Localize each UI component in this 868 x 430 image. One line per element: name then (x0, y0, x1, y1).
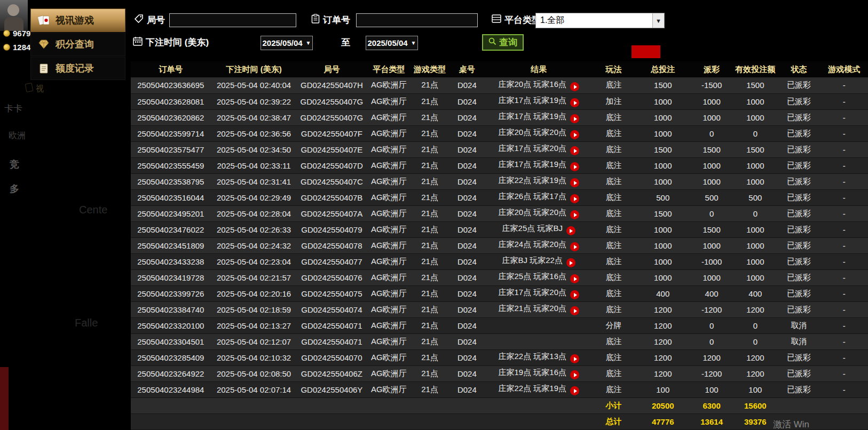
cell-payout: 1000 (690, 93, 733, 109)
play-icon[interactable] (570, 274, 579, 283)
play-icon[interactable] (566, 258, 575, 267)
cell-order-no: 250504023320100 (131, 317, 211, 333)
cell-game-type: 21点 (411, 349, 448, 365)
play-icon[interactable] (570, 114, 579, 123)
cell-status: 已派彩 (778, 349, 820, 365)
cell-platform: AG欧洲厅 (366, 157, 411, 173)
cell-bet-time: 2025-05-04 02:12:07 (211, 333, 297, 349)
table-row: 250504023555459 2025-05-04 02:33:11 GD02… (131, 157, 868, 173)
cell-platform: AG欧洲厅 (366, 125, 411, 141)
coin-icon (3, 44, 10, 51)
bg-fragment: 欧洲 (9, 130, 26, 141)
cell-result: 庄家25点 玩家16点 (486, 269, 592, 285)
play-icon[interactable] (570, 210, 579, 219)
cell-play-type: 底注 (592, 173, 635, 189)
activate-watermark: 激活 Win (773, 418, 809, 430)
cell-platform: AG欧洲厅 (366, 93, 411, 109)
cell-order-no: 250504023599714 (131, 125, 211, 141)
cell-status: 已派彩 (778, 365, 820, 381)
cell-bet-time: 2025-05-04 02:26:33 (211, 221, 297, 237)
date-from-picker[interactable]: 2025/05/04 ▼ (261, 36, 313, 50)
cell-result: 庄家22点 玩家19点 (486, 173, 592, 189)
cell-order-no: 250504023620862 (131, 109, 211, 125)
result-text: 庄家17点 玩家20点 (498, 288, 566, 297)
cell-status: 取消 (778, 317, 820, 333)
cell-result: 庄家20点 玩家20点 (486, 125, 592, 141)
play-icon[interactable] (570, 82, 579, 91)
sidebar: 9679 1284 卡卡 欧洲 竞 多 视 Cente Falle (0, 0, 125, 430)
cell-valid-bet: 100 (733, 381, 778, 397)
play-icon[interactable] (570, 162, 579, 171)
cell-valid-bet: 0 (733, 125, 778, 141)
play-icon[interactable] (570, 354, 579, 363)
cell-table-no: D024 (448, 205, 486, 221)
play-icon[interactable] (570, 306, 579, 315)
cell-table-no: D024 (448, 381, 486, 397)
cell-play-type: 底注 (592, 141, 635, 157)
result-text: 庄家25点 玩家BJ (502, 224, 563, 233)
cell-result: 庄家17点 玩家19点 (486, 157, 592, 173)
table-row: 250504023636695 2025-05-04 02:40:04 GD02… (131, 77, 868, 93)
cell-game-mode: - (820, 333, 868, 349)
play-icon[interactable] (570, 290, 579, 299)
order-no-input[interactable] (356, 13, 478, 27)
cell-platform: AG欧洲厅 (366, 237, 411, 253)
cell-total-bet: 1000 (635, 237, 690, 253)
total-total-bet: 47776 (635, 413, 690, 429)
cell-table-no: D024 (448, 253, 486, 269)
play-icon[interactable] (566, 226, 575, 235)
total-row: 总计 47776 13614 39376 (131, 413, 868, 429)
table-row: 250504023244984 2025-05-04 02:07:14 GD02… (131, 381, 868, 397)
date-to-picker[interactable]: 2025/05/04 ▼ (366, 36, 418, 50)
round-no-input[interactable] (169, 13, 296, 27)
cell-status: 已派彩 (778, 173, 820, 189)
cell-total-bet: 1000 (635, 157, 690, 173)
cell-result (486, 333, 592, 349)
search-button[interactable]: 查询 (482, 34, 524, 51)
play-icon[interactable] (570, 130, 579, 139)
result-text: 庄家17点 玩家20点 (498, 144, 566, 153)
cell-round-no: GD02425504076 (297, 269, 366, 285)
result-text: 庄家22点 玩家19点 (498, 384, 566, 393)
play-icon[interactable] (570, 98, 579, 107)
bg-fragment: Cente (79, 204, 107, 216)
bg-fragment: 多 (10, 182, 19, 195)
platform-select[interactable]: 1.全部 ▼ (535, 13, 665, 28)
avatar[interactable] (0, 0, 28, 31)
red-indicator[interactable] (632, 45, 660, 58)
cell-order-no: 250504023575477 (131, 141, 211, 157)
col-game-mode: 游戏模式 (820, 61, 868, 77)
cell-round-no: GD0242550407C (297, 173, 366, 189)
play-icon[interactable] (570, 386, 579, 395)
cell-round-no: GD0242550407E (297, 141, 366, 157)
sidebar-item-points-query[interactable]: 积分查询 (30, 33, 125, 56)
play-icon[interactable] (570, 146, 579, 155)
cell-game-type: 21点 (411, 253, 448, 269)
cell-platform: AG欧洲厅 (366, 301, 411, 317)
cell-table-no: D024 (448, 365, 486, 381)
sidebar-item-video-games[interactable]: 视讯游戏 (30, 9, 125, 32)
play-icon[interactable] (570, 370, 579, 379)
play-icon[interactable] (570, 178, 579, 187)
subtotal-total-bet: 20500 (635, 397, 690, 413)
play-icon[interactable] (570, 242, 579, 251)
cell-game-type: 21点 (411, 77, 448, 93)
cell-platform: AG欧洲厅 (366, 365, 411, 381)
cell-total-bet: 1000 (635, 173, 690, 189)
cell-bet-time: 2025-05-04 02:40:04 (211, 77, 297, 93)
cell-status: 已派彩 (778, 189, 820, 205)
cell-valid-bet: 1000 (733, 109, 778, 125)
cell-game-type: 21点 (411, 173, 448, 189)
cell-total-bet: 1000 (635, 125, 690, 141)
cell-table-no: D024 (448, 349, 486, 365)
table-header-row: 订单号 下注时间 (美东) 局号 平台类型 游戏类型 桌号 结果 玩法 总投注 … (131, 61, 868, 77)
cell-total-bet: 1000 (635, 109, 690, 125)
play-icon[interactable] (570, 194, 579, 203)
cell-valid-bet: 1000 (733, 221, 778, 237)
cell-game-type: 21点 (411, 269, 448, 285)
sidebar-item-quota-records[interactable]: 额度记录 (30, 57, 125, 80)
table-row: 250504023575477 2025-05-04 02:34:50 GD02… (131, 141, 868, 157)
bg-fragment: 卡卡 (4, 102, 22, 115)
tag-icon (134, 14, 144, 26)
cell-bet-time: 2025-05-04 02:34:50 (211, 141, 297, 157)
